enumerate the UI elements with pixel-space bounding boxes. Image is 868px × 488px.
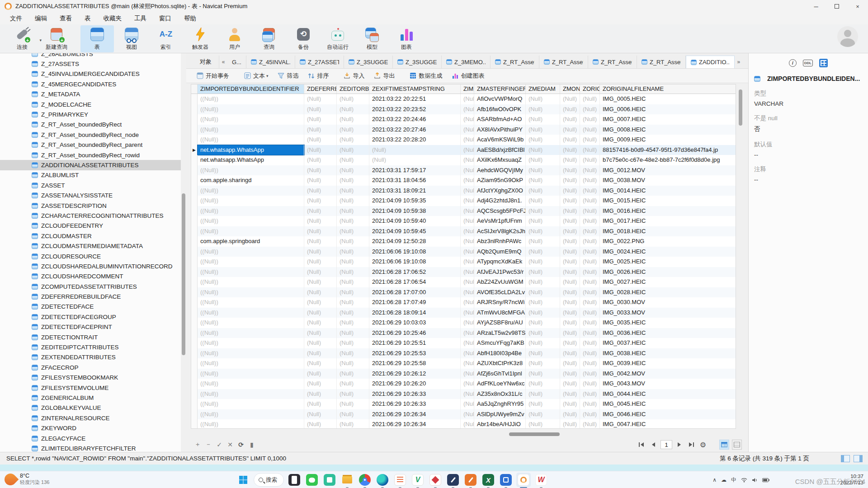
grid-cell[interactable]: (Null) xyxy=(337,226,369,237)
grid-cell[interactable]: (Null) xyxy=(461,247,474,257)
grid-cell[interactable]: IMG_0009.HEIC xyxy=(600,135,736,145)
row-marker[interactable] xyxy=(191,186,198,196)
grid-cell[interactable]: 2021:06:28 18:09:14 xyxy=(369,308,461,318)
grid-cell[interactable]: ((Null)) xyxy=(198,104,304,115)
grid-cell[interactable]: 2021:06:29 10:25:58 xyxy=(369,358,461,369)
column-grid-tab-icon[interactable] xyxy=(819,59,828,67)
grid-cell[interactable]: ARJRSny/R7ncWi xyxy=(474,297,526,308)
grid-cell[interactable]: (Null) xyxy=(526,338,560,348)
grid-cell[interactable]: (Null) xyxy=(526,257,560,267)
grid-column-header[interactable]: ZMON xyxy=(560,84,580,94)
tab-table-2[interactable]: Z_27ASSET... xyxy=(295,56,344,68)
grid-cell[interactable]: (Null) xyxy=(304,308,337,318)
grid-cell[interactable]: (Null) xyxy=(526,145,560,155)
grid-cell[interactable]: (Null) xyxy=(580,389,600,399)
grid-cell[interactable]: (Null) xyxy=(526,389,560,399)
grid-cell[interactable]: (Null) xyxy=(461,94,474,104)
grid-cell[interactable]: ((Null)) xyxy=(198,94,304,104)
grid-cell[interactable]: (Null) xyxy=(580,328,600,338)
grid-cell[interactable]: 2021:03:22 20:28:20 xyxy=(369,135,461,145)
toggle-left-pane-icon[interactable] xyxy=(841,455,850,462)
taskbar-app-blue[interactable] xyxy=(499,473,513,487)
grid-cell[interactable]: (Null) xyxy=(580,267,600,277)
tab-table-7[interactable]: Z_RT_Asset... xyxy=(539,56,588,68)
minimize-button[interactable]: ─ xyxy=(806,0,826,13)
grid-cell[interactable]: (Null) xyxy=(560,186,580,196)
taskbar-app-green[interactable] xyxy=(322,473,337,487)
grid-cell[interactable]: (Null) xyxy=(461,145,474,155)
grid-cell[interactable]: (Null) xyxy=(304,155,337,165)
grid-cell[interactable]: (Null) xyxy=(560,114,580,125)
grid-cell[interactable]: (Null) xyxy=(337,358,369,369)
grid-cell[interactable]: ATmWvU8cMFGA xyxy=(474,308,526,318)
menu-item-4[interactable]: 收藏夹 xyxy=(97,13,128,24)
row-marker[interactable] xyxy=(191,338,198,348)
close-button[interactable]: × xyxy=(847,0,868,13)
grid-cell[interactable]: (Null) xyxy=(560,287,580,298)
grid-cell[interactable]: (Null) xyxy=(461,287,474,298)
grid-cell[interactable]: 2021:06:29 10:26:12 xyxy=(369,369,461,379)
grid-cell[interactable]: (Null) xyxy=(461,186,474,196)
grid-cell[interactable]: ((Null)) xyxy=(198,328,304,338)
grid-cell[interactable]: (Null) xyxy=(461,389,474,399)
grid-view-toggle[interactable] xyxy=(719,440,729,450)
grid-cell[interactable]: 2021:06:06 19:10:08 xyxy=(369,257,461,267)
taskbar-app-chrome[interactable] xyxy=(358,473,372,487)
grid-cell[interactable]: (Null) xyxy=(304,358,337,369)
grid-cell[interactable]: (Null) xyxy=(580,277,600,287)
grid-cell[interactable]: IMG_0005.HEIC xyxy=(600,94,736,104)
grid-cell[interactable]: (Null) xyxy=(461,399,474,409)
grid-cell[interactable]: (Null) xyxy=(560,308,580,318)
grid-cell[interactable]: AcSIJxrV8lgK2sJh xyxy=(474,226,526,237)
row-marker[interactable] xyxy=(191,236,198,247)
grid-cell[interactable]: ((Null)) xyxy=(198,267,304,277)
grid-cell[interactable]: (Null) xyxy=(526,379,560,389)
grid-cell[interactable]: (Null) xyxy=(304,257,337,267)
grid-cell[interactable]: ((Null)) xyxy=(198,308,304,318)
grid-cell[interactable]: net.whatsapp.WhatsApp xyxy=(198,145,304,155)
sidebar-scrollbar[interactable] xyxy=(181,53,186,461)
sidebar-item-table[interactable]: ZDETECTIONTRAIT xyxy=(0,332,181,342)
taskbar-app-penorange[interactable] xyxy=(463,473,478,487)
grid-column-header[interactable]: ZMEDIAM xyxy=(526,84,560,94)
grid-cell[interactable]: (Null) xyxy=(337,328,369,338)
tab-table-5[interactable]: Z_3MEMO... xyxy=(442,56,491,68)
grid-cell[interactable]: (Null) xyxy=(560,358,580,369)
grid-cell[interactable]: (Null) xyxy=(580,155,600,165)
grid-cell[interactable]: AXilKx6MxsuaqZ xyxy=(474,155,526,165)
grid-cell[interactable]: (Null) xyxy=(337,155,369,165)
first-page-button[interactable] xyxy=(637,440,646,449)
sidebar-item-table[interactable]: Z_RT_Asset_boundedByRect_parent xyxy=(0,140,181,150)
grid-cell[interactable]: (Null) xyxy=(526,216,560,226)
row-marker[interactable] xyxy=(191,399,198,409)
grid-cell[interactable]: (Null) xyxy=(337,94,369,104)
grid-cell[interactable]: (Null) xyxy=(304,94,337,104)
grid-cell[interactable]: com.apple.springboard xyxy=(198,236,304,247)
grid-cell[interactable]: IMG_0007.HEIC xyxy=(600,114,736,125)
taskbar-app-navicat[interactable] xyxy=(516,473,531,487)
toolbar-button-trigger[interactable]: 触发器 xyxy=(184,25,217,52)
grid-cell[interactable]: ((Null)) xyxy=(198,247,304,257)
grid-cell[interactable]: (Null) xyxy=(526,125,560,135)
grid-cell[interactable]: (Null) xyxy=(304,419,337,429)
grid-cell[interactable]: 2021:06:29 10:26:33 xyxy=(369,399,461,409)
grid-cell[interactable]: AVOfE35cLDA2Lv xyxy=(474,287,526,298)
sidebar-item-table[interactable]: Z_METADATA xyxy=(0,89,181,99)
grid-horizontal-scrollbar[interactable] xyxy=(191,432,736,437)
grid-cell[interactable]: (Null) xyxy=(461,216,474,226)
grid-cell[interactable]: (Null) xyxy=(526,155,560,165)
grid-cell[interactable]: ((Null)) xyxy=(198,287,304,298)
grid-cell[interactable]: ((Null)) xyxy=(198,165,304,176)
grid-cell[interactable]: ((Null)) xyxy=(198,409,304,420)
menu-item-3[interactable]: 表 xyxy=(78,13,97,24)
grid-cell[interactable]: AehdcWGQVjIMy xyxy=(474,165,526,176)
grid-cell[interactable]: (Null) xyxy=(560,348,580,359)
grid-cell[interactable]: (Null) xyxy=(560,196,580,206)
grid-cell[interactable]: 2021:06:29 10:25:46 xyxy=(369,328,461,338)
grid-cell[interactable]: IMG_0012.MOV xyxy=(600,165,736,176)
toolbar-button-query[interactable]: 查询 xyxy=(252,25,286,52)
grid-cell[interactable]: ((Null)) xyxy=(198,206,304,216)
grid-cell[interactable]: (Null) xyxy=(580,358,600,369)
sidebar-item-table[interactable]: ZINTERNALRESOURCE xyxy=(0,413,181,423)
sidebar-item-table[interactable]: ZDETECTEDFACE xyxy=(0,302,181,312)
